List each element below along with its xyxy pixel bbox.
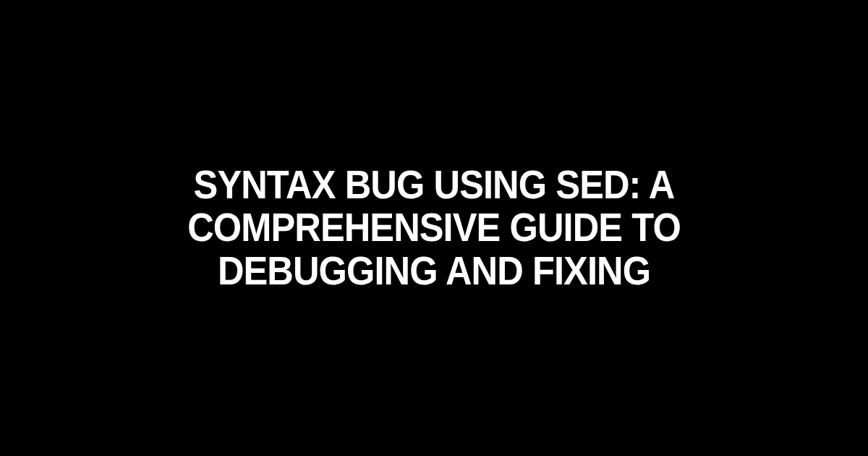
- page-title: Syntax Bug using sed: A Comprehensive Gu…: [88, 164, 780, 292]
- title-container: Syntax Bug using sed: A Comprehensive Gu…: [0, 164, 868, 292]
